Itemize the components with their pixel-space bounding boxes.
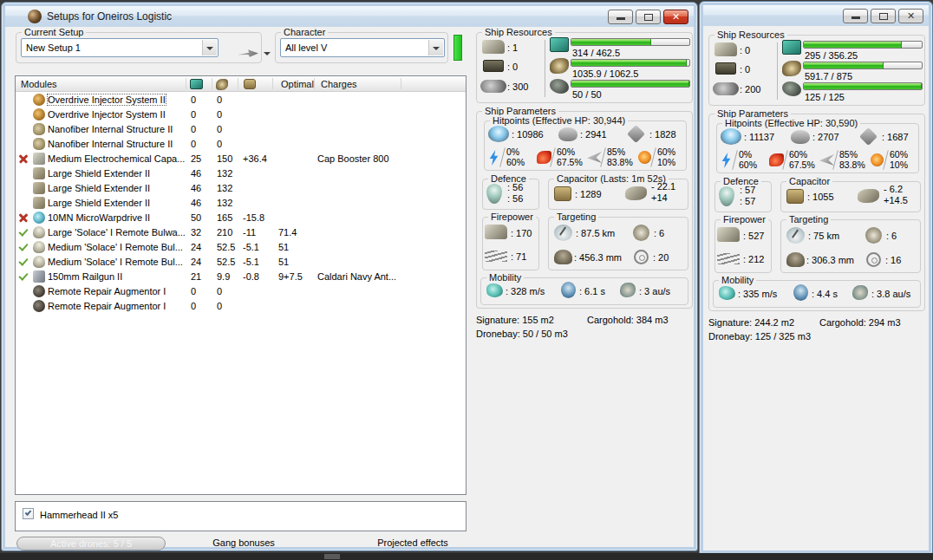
current-setup-group: Current Setup New Setup 1 [16,32,262,63]
module-cpu-value: 0 [191,286,196,296]
minimize-button[interactable] [608,10,633,24]
ship-menu-button[interactable] [236,45,274,62]
defence-value-2: : 57 [740,196,755,206]
setup-select[interactable]: New Setup 1 [21,38,219,57]
module-powergrid-value: 132 [217,183,232,193]
module-row[interactable]: Overdrive Injector System II 0 0 [16,93,466,107]
module-powergrid-value: 0 [217,301,222,311]
module-row[interactable]: Nanofiber Internal Structure II 0 0 [16,137,466,152]
defence-value-1: : 57 [740,185,755,195]
targeting-title: Targeting [554,212,598,222]
tab-gang-bonuses[interactable]: Gang bonuses [179,537,309,548]
module-row[interactable]: Medium Electrochemical Capa... 25 150 +3… [16,152,466,166]
firepower-missile-icon [485,251,507,262]
drone-checkbox[interactable] [23,508,34,519]
maximize-button[interactable] [636,10,661,24]
capacitor-column-icon[interactable] [244,79,256,89]
structure-hp-value: : 1687 [882,132,909,142]
defence-shield-icon [719,186,734,206]
module-row[interactable]: Large Shield Extender II 46 132 [16,166,466,181]
modules-column-header[interactable]: Modules [21,79,57,89]
module-row[interactable]: Medium 'Solace' I Remote Bul... 24 52.5 … [16,240,466,255]
character-group: Character All level V [275,32,448,63]
title-bar[interactable]: Setups for Oneiros Logistic ✕ [5,6,694,27]
launcher-hardpoints-icon [483,60,504,72]
module-row[interactable]: Large Shield Extender II 46 132 [16,196,466,211]
tab-active-drones[interactable]: Active drones: 5 / 5 [16,537,166,550]
ship-resources-title: Ship Resources [714,29,787,40]
firepower-group: Firepower : 527 : 212 [714,219,772,273]
warp-speed-icon [620,283,636,297]
targeting-title: Targeting [786,214,831,225]
em-resist: 0% 60% [719,150,769,171]
module-row[interactable]: 150mm Railgun II 21 9.9 -0.8 9+7.5 Calda… [16,270,466,284]
align-time-value: : 4.4 s [812,289,838,299]
structure-hp-icon [627,125,645,143]
powergrid-column-icon[interactable] [216,79,228,90]
targeting-range-value: : 75 km [808,231,839,241]
solace-repper-icon [33,241,45,253]
module-row[interactable]: Large Shield Extender II 46 132 [16,181,466,196]
close-button[interactable]: ✕ [663,10,688,24]
targeting-range-icon [554,225,572,241]
sensor-strength-icon [634,250,649,264]
warp-speed-icon [852,285,868,300]
setup-select-button[interactable] [202,40,217,55]
firepower-turret-icon [717,227,740,242]
structure-hp-value: : 1828 [649,129,676,140]
module-row[interactable]: Nanofiber Internal Structure II 0 0 [16,122,466,137]
chevron-down-icon [264,52,271,55]
module-cpu-value: 21 [191,271,201,282]
resist-divider [499,147,506,167]
overdrive-injector-icon [33,108,45,120]
ship-icon [238,47,258,60]
tab-projected-effects[interactable]: Projected effects [343,537,482,548]
close-button[interactable]: ✕ [898,9,923,23]
firepower-missile-value: : 71 [511,251,526,262]
turret-hardpoints-icon [482,40,505,54]
module-row[interactable]: Overdrive Injector System II 0 0 [16,107,466,122]
module-row[interactable]: 10MN MicroWarpdrive II 50 165 -15.8 [16,211,466,225]
cpu-column-icon[interactable] [190,79,203,89]
character-select[interactable]: All level V [280,38,445,57]
kinetic-armor-resist: 83.8% [607,158,633,168]
module-row[interactable]: Remote Repair Augmentor I 0 0 [16,284,466,299]
firepower-missile-value: : 212 [743,254,764,264]
module-status-icon [18,286,29,296]
explosive-shield-resist: 60% [557,147,583,158]
hitpoints-group: Hitpoints (Effective HP: 30,944) : 10986… [484,120,687,171]
module-row[interactable]: Large 'Solace' I Remote Bulwa... 32 210 … [16,225,466,240]
minimize-button[interactable] [843,9,868,23]
module-name: Nanofiber Internal Structure II [48,139,173,149]
maximize-button[interactable] [871,9,896,23]
module-status-icon [18,227,29,238]
targeting-group: Targeting : 75 km : 6 : 306.3 mm : 16 [780,219,921,273]
drone-item-label[interactable]: Hammerhead II x5 [40,510,118,520]
secondary-client-area: Ship Resources : 0 : 0 : 200 295 / 356.2… [703,26,929,550]
cap-injector-icon [33,153,45,165]
powergrid-bar [803,62,923,69]
module-optimal-value: 71.4 [278,227,297,238]
firepower-title: Firepower [721,214,768,225]
remote-repair-augmentor-icon [33,285,45,297]
launcher-hardpoints-value: : 0 [507,62,518,72]
targeting-range-icon [786,227,805,244]
max-targets-value: : 6 [886,231,897,241]
module-row[interactable]: Remote Repair Augmentor I 0 0 [16,299,466,314]
capacitor-recharge-delta: +14.5 [884,195,908,205]
title-bar[interactable]: ✕ [703,5,929,26]
character-select-button[interactable] [428,40,443,55]
em-resist-icon [720,153,733,168]
thermal-armor-resist: 10% [657,158,675,168]
charges-column-header[interactable]: Charges [321,79,357,89]
nanofiber-icon [33,123,45,135]
current-ship-stats-panel: Ship Resources : 1 : 0 : 300 314 / 462.5… [473,25,696,348]
turret-hardpoints-value: : 1 [507,42,518,53]
turret-hardpoints-icon [714,42,737,56]
max-velocity-value: : 328 m/s [506,286,545,296]
module-row[interactable]: Medium 'Solace' I Remote Bul... 24 52.5 … [16,255,466,270]
module-name: Medium Electrochemical Capa... [48,153,185,164]
optimal-column-header[interactable]: Optimal [281,79,314,89]
close-icon: ✕ [664,11,688,23]
firepower-missile-icon [717,253,740,264]
